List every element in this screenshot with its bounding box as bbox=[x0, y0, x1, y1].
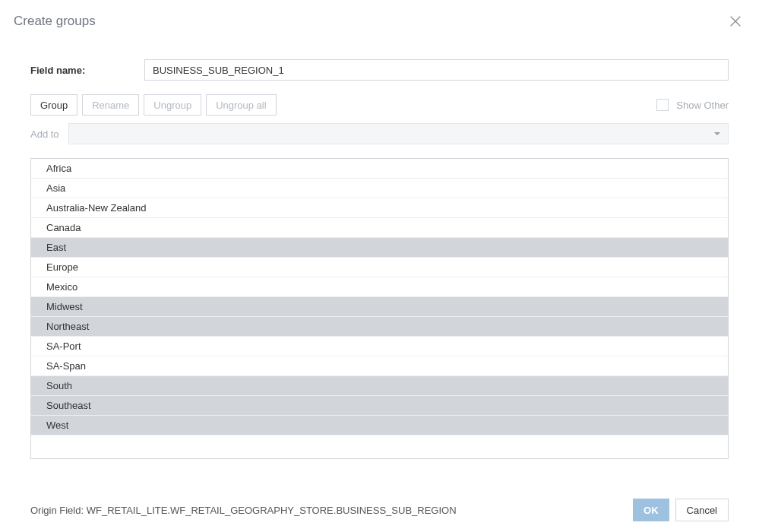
rename-button[interactable]: Rename bbox=[82, 94, 139, 116]
group-button[interactable]: Group bbox=[30, 94, 77, 116]
field-name-label: Field name: bbox=[30, 65, 144, 76]
list-item[interactable]: SA-Span bbox=[31, 356, 728, 376]
list-item[interactable]: Africa bbox=[31, 159, 728, 179]
field-name-input[interactable] bbox=[144, 59, 729, 81]
list-item[interactable]: Northeast bbox=[31, 317, 728, 337]
ungroup-all-button[interactable]: Ungroup all bbox=[206, 94, 277, 116]
add-to-label: Add to bbox=[30, 128, 68, 140]
list-item[interactable]: Australia-New Zealand bbox=[31, 198, 728, 218]
cancel-button[interactable]: Cancel bbox=[675, 499, 729, 521]
list-item[interactable]: West bbox=[31, 416, 728, 435]
ok-button[interactable]: OK bbox=[633, 499, 669, 521]
chevron-down-icon bbox=[707, 124, 728, 144]
values-list[interactable]: AfricaAsiaAustralia-New ZealandCanadaEas… bbox=[30, 158, 729, 459]
list-item[interactable]: Mexico bbox=[31, 277, 728, 297]
list-blank-row bbox=[31, 435, 728, 458]
list-item[interactable]: East bbox=[31, 238, 728, 258]
list-item[interactable]: Midwest bbox=[31, 297, 728, 317]
list-item[interactable]: Asia bbox=[31, 179, 728, 198]
list-item[interactable]: Southeast bbox=[31, 396, 728, 416]
show-other-label: Show Other bbox=[676, 100, 729, 111]
add-to-select[interactable] bbox=[68, 123, 729, 144]
origin-field-label: Origin Field: WF_RETAIL_LITE.WF_RETAIL_G… bbox=[30, 505, 633, 516]
dialog-title: Create groups bbox=[14, 14, 729, 29]
list-item[interactable]: Europe bbox=[31, 258, 728, 277]
ungroup-button[interactable]: Ungroup bbox=[144, 94, 201, 116]
close-icon[interactable] bbox=[729, 14, 742, 28]
list-item[interactable]: South bbox=[31, 376, 728, 396]
show-other-checkbox[interactable] bbox=[656, 99, 669, 111]
list-item[interactable]: Canada bbox=[31, 218, 728, 238]
list-item[interactable]: SA-Port bbox=[31, 337, 728, 356]
